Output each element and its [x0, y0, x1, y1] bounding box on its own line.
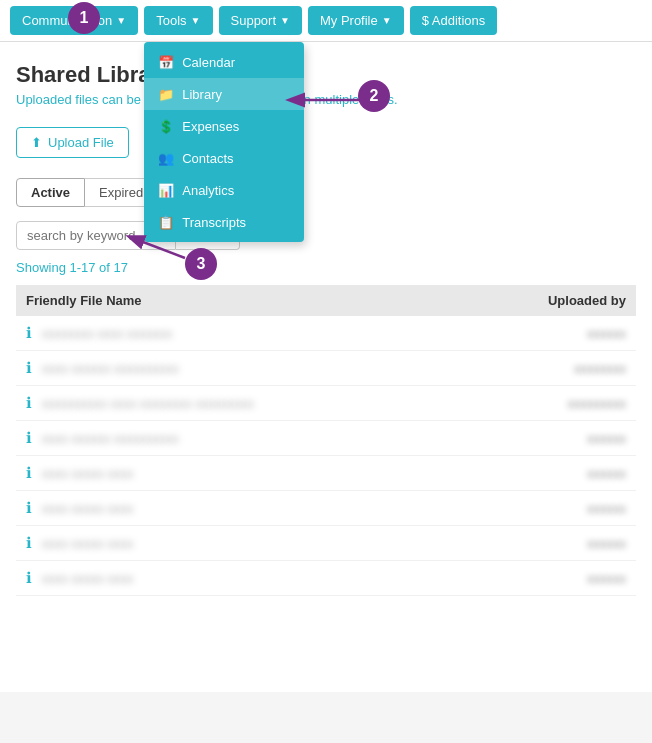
support-caret: ▼ [280, 15, 290, 26]
menu-item-calendar[interactable]: 📅 Calendar [144, 46, 304, 78]
uploader-cell: xxxxxx [460, 456, 636, 491]
my-profile-btn[interactable]: My Profile ▼ [308, 6, 404, 35]
calendar-icon: 📅 [158, 54, 174, 70]
table-row: ℹ xxxx xxxxx xxxx xxxxxx [16, 526, 636, 561]
uploader-cell: xxxxxx [460, 421, 636, 456]
showing-range: 1-17 of 17 [69, 260, 128, 275]
info-icon[interactable]: ℹ [26, 324, 32, 341]
info-icon[interactable]: ℹ [26, 569, 32, 586]
info-icon[interactable]: ℹ [26, 359, 32, 376]
uploader-name: xxxxxxxx [574, 361, 626, 376]
upload-icon: ⬆ [31, 135, 42, 150]
support-label: Support [231, 13, 277, 28]
menu-item-expenses[interactable]: 💲 Expenses [144, 110, 304, 142]
uploader-cell: xxxxxxxxx [460, 386, 636, 421]
file-name-cell[interactable]: ℹ xxxx xxxxx xxxx [16, 526, 460, 561]
search-row: search [16, 221, 636, 250]
file-name: xxxx xxxxx xxxx [42, 536, 134, 551]
menu-item-contacts-label: Contacts [182, 151, 233, 166]
info-icon[interactable]: ℹ [26, 429, 32, 446]
menu-item-calendar-label: Calendar [182, 55, 235, 70]
file-name: xxxx xxxxx xxxx [42, 571, 134, 586]
tools-caret: ▼ [191, 15, 201, 26]
contacts-icon: 👥 [158, 150, 174, 166]
info-icon[interactable]: ℹ [26, 464, 32, 481]
my-profile-label: My Profile [320, 13, 378, 28]
table-row: ℹ xxxx xxxxxx xxxxxxxxxx xxxxxx [16, 421, 636, 456]
uploader-name: xxxxxxxxx [568, 396, 627, 411]
showing-text: Showing 1-17 of 17 [16, 260, 636, 275]
menu-item-expenses-label: Expenses [182, 119, 239, 134]
info-icon[interactable]: ℹ [26, 499, 32, 516]
file-name-cell[interactable]: ℹ xxxxxxxx xxxx xxxxxxx [16, 316, 460, 351]
upload-file-label: Upload File [48, 135, 114, 150]
file-name-cell[interactable]: ℹ xxxx xxxxxx xxxxxxxxxx [16, 421, 460, 456]
table-row: ℹ xxxx xxxxxx xxxxxxxxxx xxxxxxxx [16, 351, 636, 386]
file-name: xxxx xxxxxx xxxxxxxxxx [42, 361, 179, 376]
page-title: Shared Library [16, 62, 636, 88]
uploader-name: xxxxxx [587, 431, 626, 446]
file-name: xxxx xxxxx xxxx [42, 466, 134, 481]
additions-label: $ Additions [422, 13, 486, 28]
menu-item-analytics[interactable]: 📊 Analytics [144, 174, 304, 206]
page-subtitle: Uploaded files can be attached to a comm… [16, 92, 636, 107]
file-name-cell[interactable]: ℹ xxxx xxxxx xxxx [16, 491, 460, 526]
support-btn[interactable]: Support ▼ [219, 6, 302, 35]
col-friendly-name: Friendly File Name [16, 285, 460, 316]
uploader-name: xxxxxx [587, 536, 626, 551]
menu-item-analytics-label: Analytics [182, 183, 234, 198]
annotation-2: 2 [358, 80, 390, 112]
transcripts-icon: 📋 [158, 214, 174, 230]
uploader-cell: xxxxxx [460, 316, 636, 351]
page-content: Shared Library Uploaded files can be att… [0, 42, 652, 692]
file-name: xxxxxxxxxx xxxx xxxxxxxx xxxxxxxxx [42, 396, 254, 411]
file-name-cell[interactable]: ℹ xxxx xxxxxx xxxxxxxxxx [16, 351, 460, 386]
info-icon[interactable]: ℹ [26, 394, 32, 411]
tabs-row: Active Expired Reviewed All [16, 178, 636, 207]
uploader-name: xxxxxx [587, 326, 626, 341]
uploader-cell: xxxxxx [460, 561, 636, 596]
tools-label: Tools [156, 13, 186, 28]
file-name: xxxxxxxx xxxx xxxxxxx [42, 326, 173, 341]
annotation-1: 1 [68, 2, 100, 34]
table-row: ℹ xxxx xxxxx xxxx xxxxxx [16, 456, 636, 491]
col-uploaded-by: Uploaded by [460, 285, 636, 316]
library-icon: 📁 [158, 86, 174, 102]
tools-dropdown-container: Tools ▼ 📅 Calendar 📁 Library 💲 Expenses [144, 6, 212, 35]
table-row: ℹ xxxxxxxx xxxx xxxxxxx xxxxxx [16, 316, 636, 351]
info-icon[interactable]: ℹ [26, 534, 32, 551]
menu-item-contacts[interactable]: 👥 Contacts [144, 142, 304, 174]
file-name-cell[interactable]: ℹ xxxxxxxxxx xxxx xxxxxxxx xxxxxxxxx [16, 386, 460, 421]
menu-item-library-label: Library [182, 87, 222, 102]
file-name: xxxx xxxxxx xxxxxxxxxx [42, 431, 179, 446]
tools-dropdown-menu: 📅 Calendar 📁 Library 💲 Expenses 👥 Contac… [144, 42, 304, 242]
analytics-icon: 📊 [158, 182, 174, 198]
expenses-icon: 💲 [158, 118, 174, 134]
table-row: ℹ xxxxxxxxxx xxxx xxxxxxxx xxxxxxxxx xxx… [16, 386, 636, 421]
menu-item-transcripts[interactable]: 📋 Transcripts [144, 206, 304, 238]
uploader-name: xxxxxx [587, 466, 626, 481]
file-name: xxxx xxxxx xxxx [42, 501, 134, 516]
communication-caret: ▼ [116, 15, 126, 26]
table-row: ℹ xxxx xxxxx xxxx xxxxxx [16, 561, 636, 596]
upload-file-btn[interactable]: ⬆ Upload File [16, 127, 129, 158]
annotation-3: 3 [185, 248, 217, 280]
uploader-name: xxxxxx [587, 501, 626, 516]
table-row: ℹ xxxx xxxxx xxxx xxxxxx [16, 491, 636, 526]
file-name-cell[interactable]: ℹ xxxx xxxxx xxxx [16, 561, 460, 596]
uploader-cell: xxxxxx [460, 526, 636, 561]
tools-btn[interactable]: Tools ▼ [144, 6, 212, 35]
uploader-name: xxxxxx [587, 571, 626, 586]
uploader-cell: xxxxxxxx [460, 351, 636, 386]
file-name-cell[interactable]: ℹ xxxx xxxxx xxxx [16, 456, 460, 491]
menu-item-library[interactable]: 📁 Library [144, 78, 304, 110]
additions-btn[interactable]: $ Additions [410, 6, 498, 35]
profile-caret: ▼ [382, 15, 392, 26]
table-header-row: Friendly File Name Uploaded by [16, 285, 636, 316]
file-table: Friendly File Name Uploaded by ℹ xxxxxxx… [16, 285, 636, 596]
uploader-cell: xxxxxx [460, 491, 636, 526]
menu-item-transcripts-label: Transcripts [182, 215, 246, 230]
tab-active[interactable]: Active [16, 178, 85, 207]
